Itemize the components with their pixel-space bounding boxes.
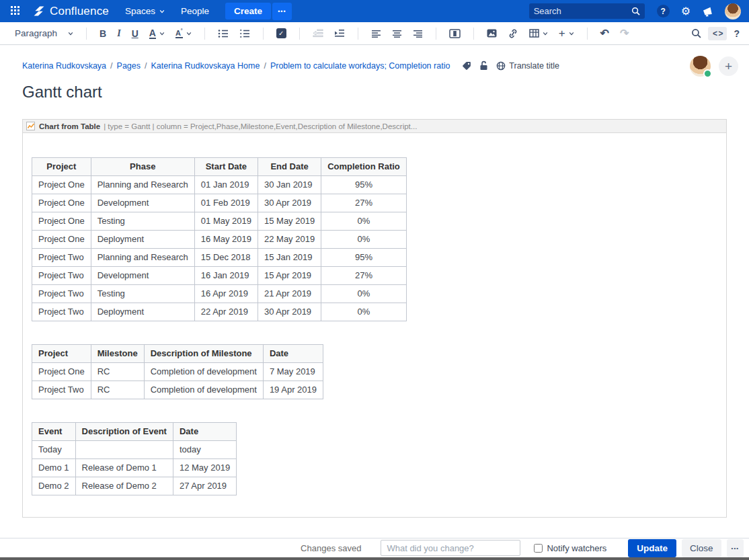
column-header[interactable]: Completion Ratio xyxy=(321,158,407,176)
table-cell[interactable]: 12 May 2019 xyxy=(173,459,236,477)
collaborator-avatar[interactable] xyxy=(690,56,711,77)
insert-files-button[interactable] xyxy=(484,27,500,40)
notify-watchers-checkbox[interactable] xyxy=(534,544,543,553)
table-cell[interactable]: Demo 2 xyxy=(32,477,76,495)
table-cell[interactable]: Demo 1 xyxy=(32,459,76,477)
table-cell[interactable]: 27 Apr 2019 xyxy=(173,477,236,495)
table-cell[interactable]: 95% xyxy=(321,176,407,194)
macro-header[interactable]: Chart from Table | type = Gantt | column… xyxy=(23,120,726,133)
table-cell[interactable]: Project Two xyxy=(32,249,91,267)
column-header[interactable]: Start Date xyxy=(194,158,258,176)
column-header[interactable]: Project xyxy=(32,345,91,363)
table-cell[interactable]: today xyxy=(173,441,236,459)
column-header[interactable]: Milestone xyxy=(91,345,144,363)
table-cell[interactable]: Project Two xyxy=(32,285,91,303)
breadcrumb-link[interactable]: Katerina Rudkovskaya Home xyxy=(151,61,260,71)
table-cell[interactable]: 16 May 2019 xyxy=(194,231,258,249)
table-cell[interactable]: 15 Dec 2018 xyxy=(194,249,258,267)
macro-body[interactable]: Project Phase Start Date End Date Comple… xyxy=(23,133,726,517)
global-search[interactable] xyxy=(529,3,645,19)
labels-tag-icon[interactable] xyxy=(462,61,471,71)
table-cell[interactable]: 19 Apr 2019 xyxy=(263,381,323,399)
column-header[interactable]: Phase xyxy=(91,158,194,176)
table-cell[interactable] xyxy=(75,441,173,459)
unlock-icon[interactable] xyxy=(479,61,488,71)
table-cell[interactable]: Development xyxy=(91,194,194,212)
table-cell[interactable]: 27% xyxy=(321,267,407,285)
undo-button[interactable]: ↶ xyxy=(598,26,612,41)
table-cell[interactable]: Planning and Research xyxy=(91,176,194,194)
breadcrumb-link[interactable]: Pages xyxy=(117,61,141,71)
table-cell[interactable]: 16 Apr 2019 xyxy=(194,285,258,303)
table-cell[interactable]: Project One xyxy=(32,363,91,381)
insert-link-button[interactable] xyxy=(505,27,521,40)
table-cell[interactable]: Project Two xyxy=(32,267,91,285)
table-cell[interactable]: Testing xyxy=(91,285,194,303)
italic-button[interactable]: I xyxy=(114,27,123,40)
text-color-button[interactable]: A xyxy=(147,26,167,41)
help-icon[interactable]: ? xyxy=(657,5,670,17)
translate-title-button[interactable]: Translate title xyxy=(496,61,559,71)
page-layout-button[interactable] xyxy=(446,27,463,40)
more-formatting-button[interactable]: A° xyxy=(173,26,194,40)
bold-button[interactable]: B xyxy=(97,27,109,40)
table-cell[interactable]: Completion of development xyxy=(144,363,263,381)
notify-watchers-toggle[interactable]: Notify watchers xyxy=(534,543,606,553)
insert-more-button[interactable]: + xyxy=(556,26,577,41)
table-cell[interactable]: 15 Jan 2019 xyxy=(258,249,321,267)
numbered-list-button[interactable] xyxy=(237,27,253,40)
update-button[interactable]: Update xyxy=(628,539,676,557)
table-cell[interactable]: Project One xyxy=(32,231,91,249)
table-cell[interactable]: 21 Apr 2019 xyxy=(258,285,321,303)
column-header[interactable]: Description of Milestone xyxy=(144,345,263,363)
invite-collaborator-button[interactable]: + xyxy=(719,56,738,76)
table-cell[interactable]: 0% xyxy=(321,303,407,321)
table-cell[interactable]: 0% xyxy=(321,231,407,249)
table-cell[interactable]: 01 May 2019 xyxy=(194,212,258,231)
column-header[interactable]: Description of Event xyxy=(75,423,173,441)
indent-button[interactable] xyxy=(331,27,348,40)
column-header[interactable]: End Date xyxy=(258,158,321,176)
gear-icon[interactable]: ⚙ xyxy=(681,6,691,17)
table-cell[interactable]: 16 Jan 2019 xyxy=(194,267,258,285)
table-cell[interactable]: Project Two xyxy=(32,303,91,321)
breadcrumb-link[interactable]: Problem to calculate workdays; Completio… xyxy=(270,61,450,71)
editor-help-icon[interactable]: ? xyxy=(734,28,740,39)
version-comment-input[interactable] xyxy=(381,540,520,556)
nav-people[interactable]: People xyxy=(181,6,209,16)
megaphone-icon[interactable] xyxy=(702,6,713,17)
nav-spaces[interactable]: Spaces xyxy=(125,6,165,16)
table-cell[interactable]: 22 May 2019 xyxy=(258,231,321,249)
insert-table-button[interactable] xyxy=(526,27,551,40)
align-left-button[interactable] xyxy=(368,28,384,40)
table-cell[interactable]: Deployment xyxy=(91,231,194,249)
table-cell[interactable]: 95% xyxy=(321,249,407,267)
table-cell[interactable]: 22 Apr 2019 xyxy=(194,303,258,321)
table-cell[interactable]: 0% xyxy=(321,212,407,231)
table-cell[interactable]: 27% xyxy=(321,194,407,212)
table-cell[interactable]: Deployment xyxy=(91,303,194,321)
create-more-button[interactable]: ••• xyxy=(272,3,291,20)
table-cell[interactable]: 30 Jan 2019 xyxy=(258,176,321,194)
table-cell[interactable]: Planning and Research xyxy=(91,249,194,267)
table-cell[interactable]: Development xyxy=(91,267,194,285)
table-cell[interactable]: 7 May 2019 xyxy=(263,363,323,381)
column-header[interactable]: Date xyxy=(263,345,323,363)
more-options-button[interactable]: ••• xyxy=(727,539,744,557)
table-cell[interactable]: RC xyxy=(91,381,144,399)
column-header[interactable]: Date xyxy=(173,423,236,441)
app-switcher-icon[interactable] xyxy=(11,6,21,16)
table-cell[interactable]: 01 Feb 2019 xyxy=(194,194,258,212)
user-avatar[interactable] xyxy=(725,3,741,19)
table-cell[interactable]: RC xyxy=(91,363,144,381)
table-cell[interactable]: Today xyxy=(32,441,76,459)
align-center-button[interactable] xyxy=(389,28,405,40)
table-cell[interactable]: Project One xyxy=(32,212,91,231)
breadcrumb-link[interactable]: Katerina Rudkovskaya xyxy=(22,61,106,71)
column-header[interactable]: Project xyxy=(32,158,91,176)
table-cell[interactable]: 30 Apr 2019 xyxy=(258,303,321,321)
page-title[interactable]: Gantt chart xyxy=(22,83,727,102)
table-cell[interactable]: 15 May 2019 xyxy=(258,212,321,231)
task-list-button[interactable]: ✓ xyxy=(274,26,289,40)
table-cell[interactable]: Project One xyxy=(32,176,91,194)
